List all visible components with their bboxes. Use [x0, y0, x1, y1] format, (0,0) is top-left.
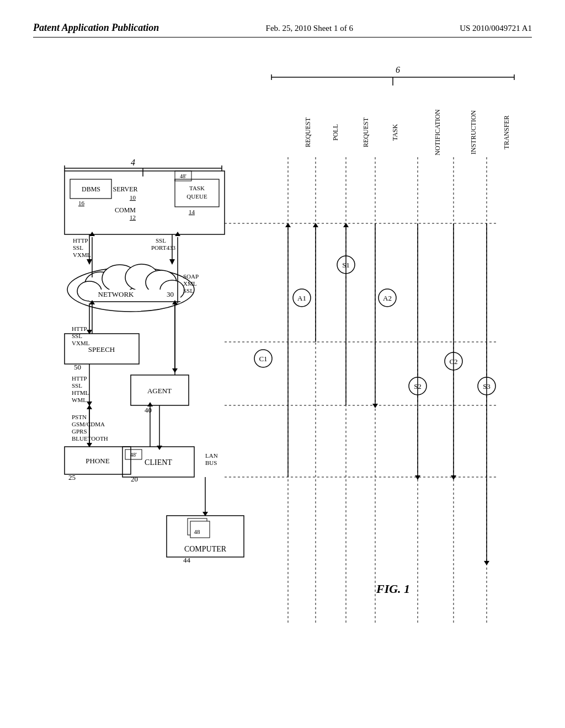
- ref14-label: 14: [189, 208, 195, 215]
- arrow-up-agent: [147, 402, 153, 406]
- server-label: SERVER: [113, 185, 137, 193]
- arrow-up-server: [89, 232, 95, 236]
- proto-http3: HTTP: [72, 375, 87, 382]
- ref48a-label: 48': [180, 173, 186, 179]
- proto-http2: HTTP: [72, 325, 87, 332]
- svg-rect-15: [65, 171, 225, 234]
- ref6-label: 6: [396, 65, 400, 74]
- proto-html: HTML: [72, 389, 89, 396]
- col-instruction: INSTRUCTION: [470, 110, 477, 154]
- ref16-label: 16: [78, 200, 85, 206]
- proto-bluetooth: BLUETOOTH: [72, 435, 108, 442]
- proto-ssl1: SSL: [73, 244, 83, 251]
- dbms-label: DBMS: [82, 185, 100, 193]
- proto-ssl4: SSL: [72, 382, 82, 389]
- page-header: Patent Application Publication Feb. 25, …: [33, 22, 532, 38]
- ref20-label: 20: [131, 475, 138, 483]
- proto-http-ssl-vxml1: HTTP: [73, 237, 88, 244]
- a2-label: A2: [383, 294, 392, 302]
- ref50-label: 50: [74, 363, 81, 371]
- speech-label: SPEECH: [88, 345, 115, 354]
- date-sheet-label: Feb. 25, 2010 Sheet 1 of 6: [266, 24, 353, 33]
- ref30-label: 30: [167, 290, 174, 298]
- task-queue-label1: TASK: [189, 185, 205, 191]
- col-task: TASK: [391, 124, 399, 141]
- proto-ssl-port: SSL: [156, 237, 166, 244]
- proto-soap: SOAP: [183, 273, 199, 280]
- proto-lan: LAN: [205, 452, 218, 459]
- col-poll: POLL: [332, 124, 339, 141]
- computer-label: COMPUTER: [184, 545, 227, 553]
- arrow-task-down: [372, 404, 378, 408]
- page: Patent Application Publication Feb. 25, …: [0, 0, 565, 728]
- arrow-instr-down: [451, 475, 456, 480]
- col-request2: REQUEST: [362, 117, 370, 147]
- ref25-label: 25: [68, 473, 76, 481]
- proto-vxml1: VXML: [73, 251, 91, 258]
- fig-label: FIG. 1: [376, 582, 410, 596]
- ref12-label: 12: [130, 214, 136, 221]
- a1-label: A1: [297, 294, 306, 302]
- proto-pstn: PSTN: [72, 414, 87, 420]
- ref40-label: 40: [145, 406, 152, 414]
- ref48c-label: 48: [194, 528, 201, 535]
- task-queue-label2: QUEUE: [186, 193, 207, 200]
- ref4-label: 4: [131, 158, 135, 167]
- col-transfer: TRANSFER: [503, 115, 510, 149]
- client-label: CLIENT: [145, 458, 172, 467]
- publication-label: Patent Application Publication: [33, 22, 159, 34]
- proto-bus: BUS: [205, 459, 217, 466]
- arrow-request1-up: [285, 223, 291, 227]
- comm-label: COMM: [115, 206, 136, 214]
- patent-number-label: US 2010/0049721 A1: [460, 24, 532, 33]
- network-label: NETWORK: [98, 290, 135, 298]
- phone-label: PHONE: [86, 457, 109, 465]
- proto-ssl2: SSL: [183, 287, 194, 294]
- patent-diagram: 6 REQUEST POLL REQUEST TASK NOTIFICATION…: [33, 61, 532, 695]
- proto-wml: WML: [72, 397, 87, 403]
- c1-label: C1: [259, 355, 267, 363]
- arrow-transfer-down: [484, 561, 489, 565]
- svg-rect-49: [190, 521, 210, 538]
- arrow-up-soap: [175, 232, 180, 236]
- arrow-notif-down: [415, 475, 420, 480]
- proto-gsm: GSM/CDMA: [72, 421, 105, 427]
- proto-xml: XML: [183, 280, 197, 287]
- arrow-up-speech2: [87, 405, 92, 409]
- agent-label: AGENT: [147, 387, 172, 395]
- diagram-area: 6 REQUEST POLL REQUEST TASK NOTIFICATION…: [33, 61, 532, 695]
- ref48b-label: 48': [130, 452, 137, 458]
- col-request1: REQUEST: [304, 117, 312, 147]
- arrow-down-ssl: [169, 259, 175, 265]
- proto-vxml2: VXML: [72, 340, 90, 346]
- col-notification: NOTIFICATION: [434, 109, 441, 156]
- ref10-label: 10: [130, 194, 136, 201]
- ref44-label: 44: [183, 556, 191, 564]
- proto-gprs: GPRS: [72, 428, 87, 435]
- arrow-down-network: [87, 259, 92, 265]
- arrow-down-client: [157, 446, 162, 450]
